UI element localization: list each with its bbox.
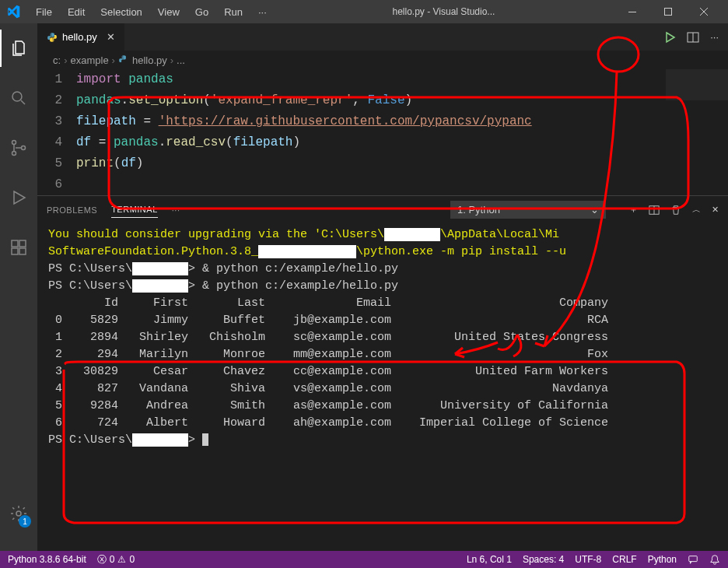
warning-icon: ⚠: [117, 554, 126, 565]
code-editor[interactable]: 123456 import pandaspandas.set_option('e…: [37, 69, 728, 195]
tab-label: hello.py: [62, 31, 97, 43]
tab-more[interactable]: ···: [172, 202, 180, 218]
terminal-selector[interactable]: 1: Python ⌄: [450, 201, 606, 219]
new-terminal-icon[interactable]: ＋: [629, 204, 638, 216]
search-icon[interactable]: [0, 79, 37, 117]
menu-bar: File Edit Selection View Go Run ···: [30, 3, 273, 21]
close-tab-icon[interactable]: ✕: [107, 31, 115, 43]
svg-point-3: [12, 141, 16, 145]
status-indentation[interactable]: Spaces: 4: [523, 554, 564, 565]
svg-rect-6: [12, 240, 18, 247]
tab-terminal[interactable]: TERMINAL: [111, 202, 158, 218]
window-title: hello.py - Visual Studio...: [273, 6, 614, 17]
error-icon: ⓧ: [97, 553, 107, 566]
menu-selection[interactable]: Selection: [94, 3, 148, 21]
svg-point-2: [12, 92, 22, 101]
svg-rect-0: [628, 12, 636, 12]
kill-terminal-icon[interactable]: [670, 205, 681, 216]
feedback-icon[interactable]: [688, 554, 698, 565]
extensions-icon[interactable]: [0, 229, 37, 266]
chevron-right-icon: ›: [64, 54, 67, 66]
close-panel-icon[interactable]: ✕: [712, 205, 719, 215]
run-debug-icon[interactable]: [0, 179, 37, 216]
menu-run[interactable]: Run: [218, 3, 249, 21]
close-button[interactable]: [686, 0, 722, 23]
menu-edit[interactable]: Edit: [61, 3, 91, 21]
tab-hello-py[interactable]: hello.py ✕: [37, 23, 125, 51]
svg-point-5: [22, 146, 26, 150]
svg-rect-8: [12, 248, 18, 254]
svg-point-10: [16, 511, 21, 516]
activity-bar: 1: [0, 23, 37, 551]
minimize-button[interactable]: [614, 0, 650, 23]
status-problems[interactable]: ⓧ0 ⚠0: [97, 553, 135, 566]
svg-rect-1: [665, 9, 672, 16]
breadcrumb-folder[interactable]: example: [70, 54, 108, 66]
editor-tabs: hello.py ✕ ···: [37, 23, 728, 51]
line-gutter: 123456: [37, 69, 76, 195]
tab-problems[interactable]: PROBLEMS: [47, 202, 97, 218]
window-controls: [614, 0, 722, 23]
breadcrumb-file[interactable]: hello.py: [132, 54, 167, 66]
settings-gear-icon[interactable]: 1: [0, 495, 37, 532]
panel: PROBLEMS TERMINAL ··· 1: Python ⌄ ＋ ︿ ✕ …: [37, 195, 728, 551]
terminal-output[interactable]: You should consider upgrading via the 'C…: [37, 223, 728, 551]
explorer-icon[interactable]: [0, 30, 37, 67]
menu-more[interactable]: ···: [252, 3, 273, 21]
chevron-right-icon: ›: [170, 54, 173, 66]
svg-rect-7: [19, 240, 26, 247]
menu-go[interactable]: Go: [189, 3, 215, 21]
source-control-icon[interactable]: [0, 129, 37, 167]
svg-rect-13: [689, 556, 698, 562]
menu-view[interactable]: View: [152, 3, 186, 21]
svg-point-4: [12, 152, 16, 156]
python-file-icon: [47, 32, 58, 43]
breadcrumb-drive[interactable]: c:: [53, 54, 61, 66]
notifications-icon[interactable]: [709, 554, 720, 565]
title-bar: File Edit Selection View Go Run ··· hell…: [0, 0, 728, 23]
status-cursor-position[interactable]: Ln 6, Col 1: [467, 554, 512, 565]
minimap[interactable]: [666, 69, 728, 100]
panel-tabs: PROBLEMS TERMINAL ··· 1: Python ⌄ ＋ ︿ ✕: [37, 196, 728, 223]
status-encoding[interactable]: UTF-8: [575, 554, 601, 565]
run-file-icon[interactable]: [663, 31, 676, 44]
settings-badge: 1: [19, 515, 31, 528]
svg-rect-9: [19, 248, 26, 254]
terminal-selector-label: 1: Python: [457, 204, 500, 216]
chevron-down-icon: ⌄: [590, 204, 599, 216]
status-eol[interactable]: CRLF: [612, 554, 636, 565]
maximize-panel-icon[interactable]: ︿: [692, 204, 701, 216]
split-editor-icon[interactable]: [687, 31, 699, 44]
breadcrumb[interactable]: c: › example › hello.py › ...: [37, 51, 728, 69]
chevron-right-icon: ›: [112, 54, 115, 66]
status-python-version[interactable]: Python 3.8.6 64-bit: [8, 554, 86, 565]
menu-file[interactable]: File: [30, 3, 58, 21]
status-language[interactable]: Python: [648, 554, 677, 565]
breadcrumb-tail[interactable]: ...: [177, 54, 185, 66]
split-terminal-icon[interactable]: [649, 205, 660, 216]
maximize-button[interactable]: [650, 0, 686, 23]
python-file-icon: [118, 54, 129, 65]
more-actions-icon[interactable]: ···: [710, 31, 719, 43]
status-bar: Python 3.8.6 64-bit ⓧ0 ⚠0 Ln 6, Col 1 Sp…: [0, 551, 728, 568]
vscode-logo-icon: [6, 5, 20, 19]
code-content[interactable]: import pandaspandas.set_option('expand_f…: [76, 69, 728, 195]
